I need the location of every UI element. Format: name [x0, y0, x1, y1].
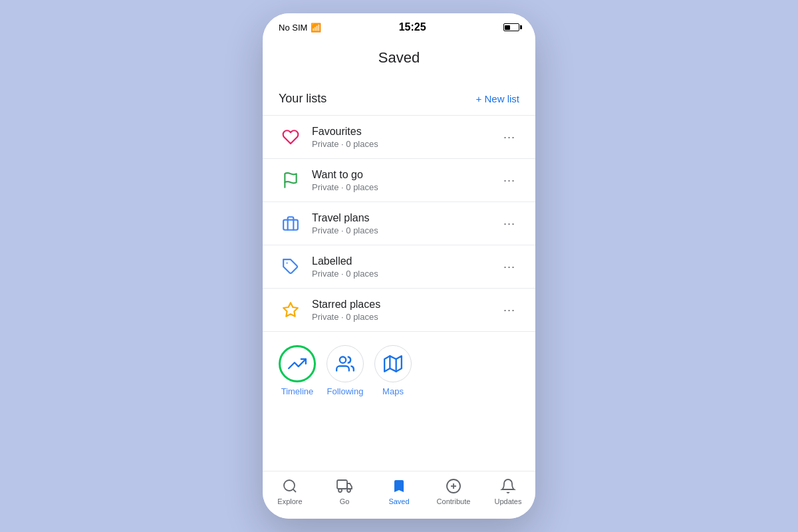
- travel-plans-more-button[interactable]: ···: [499, 213, 519, 233]
- list-item-travel-plans[interactable]: Travel plans Private · 0 places ···: [263, 201, 535, 245]
- maps-item[interactable]: Maps: [374, 345, 412, 396]
- favourites-info: Favourites Private · 0 places: [312, 126, 499, 149]
- labelled-meta: Private · 0 places: [312, 269, 499, 279]
- contribute-label: Contribute: [437, 497, 471, 505]
- labelled-icon: [279, 255, 303, 279]
- timeline-circle: [279, 345, 316, 382]
- starred-places-meta: Private · 0 places: [312, 312, 499, 322]
- travel-plans-icon: [279, 211, 303, 235]
- list-item-favourites[interactable]: Favourites Private · 0 places ···: [263, 115, 535, 158]
- page-title: Saved: [263, 39, 535, 80]
- list-item-want-to-go[interactable]: Want to go Private · 0 places ···: [263, 158, 535, 201]
- favourites-icon: [279, 125, 303, 149]
- bottom-navigation: Explore Go Saved: [263, 471, 535, 519]
- want-to-go-icon: [279, 168, 303, 192]
- maps-circle: [374, 345, 412, 382]
- timeline-label: Timeline: [281, 386, 314, 396]
- labelled-more-button[interactable]: ···: [499, 257, 519, 277]
- explore-icon: [281, 477, 299, 495]
- explore-label: Explore: [277, 497, 302, 505]
- carrier-text: No SIM: [279, 23, 307, 33]
- new-list-button[interactable]: + New list: [476, 93, 519, 104]
- favourites-more-button[interactable]: ···: [499, 127, 519, 147]
- your-lists-header: Your lists + New list: [263, 80, 535, 115]
- svg-point-11: [338, 489, 342, 492]
- starred-places-info: Starred places Private · 0 places: [312, 299, 499, 322]
- timeline-item[interactable]: Timeline: [279, 345, 316, 396]
- labelled-name: Labelled: [312, 255, 499, 267]
- travel-plans-info: Travel plans Private · 0 places: [312, 212, 499, 235]
- nav-item-updates[interactable]: Updates: [481, 477, 535, 505]
- starred-places-name: Starred places: [312, 299, 499, 311]
- starred-places-more-button[interactable]: ···: [499, 300, 519, 320]
- svg-point-8: [284, 480, 295, 491]
- horizontal-scroll-section: Timeline Following: [263, 331, 535, 410]
- updates-label: Updates: [495, 497, 522, 505]
- svg-rect-10: [337, 480, 347, 489]
- want-to-go-info: Want to go Private · 0 places: [312, 169, 499, 192]
- favourites-name: Favourites: [312, 126, 499, 138]
- nav-item-saved[interactable]: Saved: [372, 477, 426, 505]
- svg-marker-5: [384, 356, 402, 371]
- following-item[interactable]: Following: [327, 345, 364, 396]
- following-circle: [327, 345, 364, 382]
- your-lists-title: Your lists: [279, 92, 327, 106]
- list-item-starred-places[interactable]: Starred places Private · 0 places ···: [263, 288, 535, 331]
- updates-icon: [499, 477, 517, 495]
- go-label: Go: [340, 497, 350, 505]
- svg-line-9: [293, 489, 296, 492]
- nav-item-contribute[interactable]: Contribute: [426, 477, 481, 505]
- want-to-go-more-button[interactable]: ···: [499, 170, 519, 190]
- saved-label: Saved: [388, 497, 409, 505]
- main-content: Your lists + New list Favourites Private…: [263, 80, 535, 471]
- wifi-icon: 📶: [311, 23, 321, 33]
- list-item-labelled[interactable]: Labelled Private · 0 places ···: [263, 245, 535, 288]
- nav-item-explore[interactable]: Explore: [263, 477, 317, 505]
- status-left: No SIM 📶: [279, 23, 321, 33]
- phone-frame: No SIM 📶 15:25 Saved Your lists + New li…: [263, 13, 535, 519]
- want-to-go-name: Want to go: [312, 169, 499, 181]
- status-right: [503, 23, 519, 31]
- go-icon: [335, 477, 354, 495]
- following-label: Following: [327, 386, 364, 396]
- status-bar: No SIM 📶 15:25: [263, 13, 535, 39]
- starred-places-icon: [279, 298, 303, 322]
- status-time: 15:25: [399, 21, 426, 33]
- battery-icon: [503, 23, 519, 31]
- nav-item-go[interactable]: Go: [317, 477, 372, 505]
- travel-plans-name: Travel plans: [312, 212, 499, 224]
- favourites-meta: Private · 0 places: [312, 139, 499, 149]
- contribute-icon: [444, 477, 463, 495]
- svg-rect-1: [283, 220, 298, 230]
- maps-label: Maps: [382, 386, 404, 396]
- svg-marker-3: [283, 303, 298, 317]
- labelled-info: Labelled Private · 0 places: [312, 255, 499, 279]
- saved-icon: [390, 477, 408, 495]
- svg-point-4: [340, 357, 346, 363]
- svg-point-12: [347, 489, 350, 492]
- want-to-go-meta: Private · 0 places: [312, 182, 499, 192]
- travel-plans-meta: Private · 0 places: [312, 225, 499, 235]
